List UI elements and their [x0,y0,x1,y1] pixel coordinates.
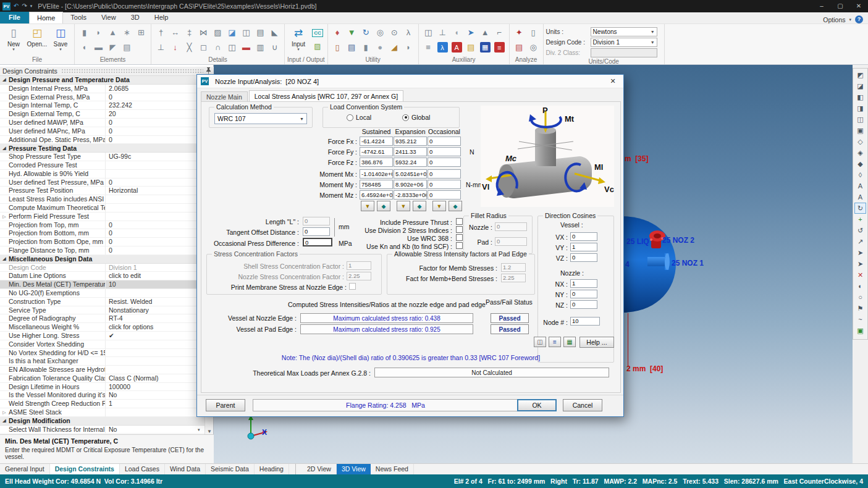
bracket-icon[interactable]: ◤ [106,40,120,54]
redo-icon[interactable]: ↷ [22,1,27,12]
lambda-tile-icon[interactable]: λ [436,40,450,54]
dialog-close-icon[interactable]: ✕ [606,77,620,85]
close-button[interactable]: ✕ [849,0,868,12]
property-value[interactable] [105,366,198,374]
option-checkbox[interactable] [456,226,463,233]
property-row[interactable]: EN Allowable Stresses are Hydrotest Allo… [0,366,205,374]
link-icon[interactable]: ⊙ [387,25,402,40]
property-row[interactable]: Select Wall Thickness for Internal Press… [0,426,205,434]
help-button[interactable]: Help ... [579,337,614,348]
property-row[interactable]: Projection from Bottom Ope, mm0 [0,238,205,246]
tab-design-constraints[interactable]: Design Constraints [50,464,120,474]
node-pick-icon[interactable]: ○ [854,292,866,303]
property-value[interactable]: 0 [105,238,198,246]
property-value[interactable] [105,357,198,365]
load-input[interactable]: 0 [428,169,461,179]
units-select[interactable]: Newtons▼ [591,27,657,36]
section-header[interactable]: ◢Design Modification [0,417,205,426]
pad-icon[interactable]: ▬ [239,40,253,54]
new-button[interactable]: ▯New▾ [2,25,25,51]
halfpipe-icon[interactable]: ∩ [211,40,225,54]
occasional-press-input[interactable]: 0 [303,238,332,246]
property-row[interactable]: Design Internal Press, MPa2.0685 [0,85,205,93]
brackets-icon[interactable]: ⌐ [492,25,507,40]
annotation-small-icon[interactable]: A [854,191,866,203]
input-button[interactable]: ⇄Input▾ [287,25,310,53]
corner-view-3-icon[interactable]: ◆ [854,158,866,169]
property-row[interactable]: Service TypeNonstationary [0,306,205,315]
property-row[interactable]: Design Lifetime in Hours100000 [0,383,205,392]
property-row[interactable]: Design CodeDivision 1 [0,264,205,272]
clamp-icon[interactable]: ∪ [268,40,282,54]
tower-icon[interactable]: ▲ [478,25,492,40]
property-row[interactable]: Miscellaneous Weight %click for options [0,323,205,332]
minimize-button[interactable]: – [812,0,831,12]
dialog-tab-local[interactable]: Local Stress Analysis [WRC 107, 297 or A… [249,90,403,101]
fillet-pad-input[interactable]: 0 [495,237,527,246]
pdf-icon[interactable]: ≡ [492,40,507,54]
property-row[interactable]: Design External Temp, C20 [0,110,205,119]
undo-icon[interactable]: ↶ [14,1,19,12]
fly-to-icon[interactable]: ↗ [854,236,866,247]
property-value[interactable]: 0 [105,221,198,229]
iso-view-4-icon[interactable]: ◨ [854,103,866,114]
tab-seismic-data[interactable]: Seismic Data [206,464,255,474]
delete-icon[interactable]: ▯ [331,40,345,54]
export-occasional-button[interactable]: ◆ [449,201,462,211]
ring-icon[interactable]: ◻ [196,40,211,54]
weld-doc-icon[interactable]: ▨ [211,25,225,40]
property-row[interactable]: Additional Ope. Static Press, MPa0 [0,136,205,145]
property-value[interactable]: Resist. Welded [105,298,198,306]
rotate-model-icon[interactable]: ↻ [359,25,373,40]
corner-view-4-icon[interactable]: ◊ [854,169,866,180]
property-value[interactable]: 100000 [105,383,198,391]
property-row[interactable]: Projection from Top, mm0 [0,221,205,230]
property-value[interactable]: 10 [105,280,198,288]
flange-span-icon[interactable]: ↔ [168,25,182,40]
section-header[interactable]: ◢Pressure Testing Data [0,144,205,153]
option-checkbox[interactable] [456,218,463,225]
nozzle-cosine-input[interactable]: 1 [570,279,597,288]
twin-shell-icon[interactable]: ◫ [239,25,253,40]
orbit-icon[interactable]: ↺ [854,225,866,236]
print-membrane-checkbox[interactable] [349,283,356,290]
load-input[interactable]: 0 [428,158,461,167]
grid-plate-icon[interactable]: ⊞ [134,25,148,40]
property-row[interactable]: ▷ASME Steel Stack [0,408,205,417]
funnel-icon[interactable]: ▼ [345,25,359,40]
maximize-button[interactable]: ▢ [831,0,849,12]
chart-icon[interactable]: ◢ [387,40,402,54]
quick-access-caret-icon[interactable]: ▾ [30,1,33,12]
parent-button[interactable]: Parent [206,399,245,411]
zoom-tool-icon[interactable]: ◎ [373,25,387,40]
save-button[interactable]: ◫Save▾ [49,25,72,51]
property-value[interactable]: No [105,426,198,434]
options-button[interactable]: Options [823,16,845,23]
load-input[interactable]: 0 [428,147,461,156]
access-tile-icon[interactable]: A [450,40,464,54]
property-value[interactable]: 20 [105,110,198,118]
node-number-input[interactable]: 10 [570,317,600,326]
property-value[interactable]: 0 [105,246,198,255]
cancel-button[interactable]: Cancel [563,399,602,411]
flag-icon[interactable]: ⚑ [854,303,866,314]
tangent-offset-input[interactable]: 0 [303,227,330,236]
sphere-icon[interactable]: ● [373,40,387,54]
liquid-level-icon[interactable]: ◪ [225,25,239,40]
property-value[interactable]: No [105,391,198,399]
pointer-icon[interactable]: ➤ [854,247,866,258]
report-image-icon[interactable]: ▨ [311,40,324,53]
option-checkbox[interactable] [456,234,463,241]
load-input[interactable]: 6.45924e+06 [360,190,393,200]
conical-head-icon[interactable]: ▲ [106,25,120,40]
property-value[interactable]: 1 [105,400,198,408]
property-row[interactable]: Least Stress Ratio includes ANSI Flange … [0,195,205,204]
cylinder-element-icon[interactable]: ▮ [77,25,91,40]
radio-local[interactable]: Local [347,114,371,121]
property-value[interactable]: 0 [105,93,198,101]
import-occasional-button[interactable]: ▼ [432,201,446,211]
property-value[interactable]: Division 1 [105,264,198,272]
help-icon[interactable]: ? [855,15,863,23]
property-value[interactable]: 2.0685 [105,85,198,93]
property-row[interactable]: Hyd. Allowable is 90% Yield [0,170,205,179]
